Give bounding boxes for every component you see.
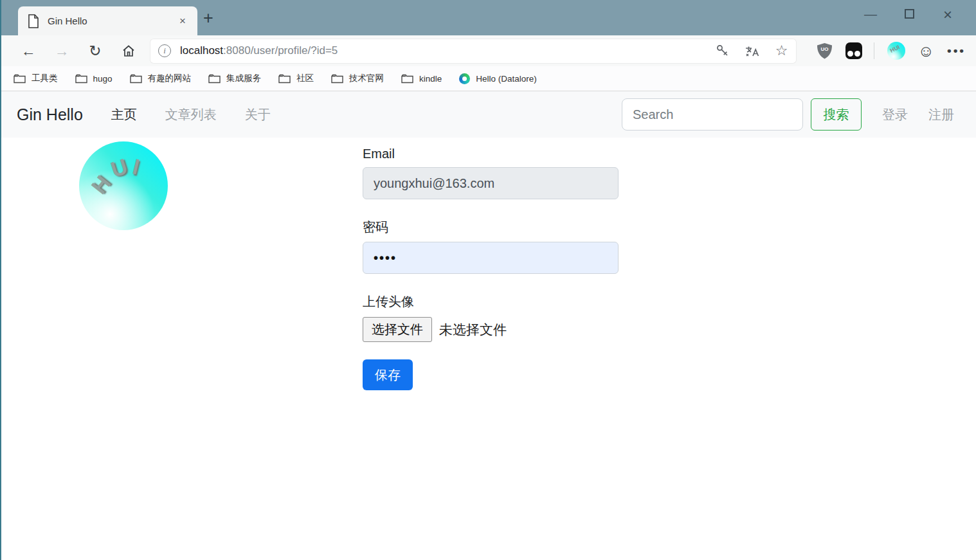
nav-link-home[interactable]: 主页 — [111, 106, 137, 123]
refresh-button[interactable]: ↻ — [78, 44, 112, 59]
profile-content: H U I Email 密码 上传头像 选择文件 未选择文件 保存 — [1, 138, 976, 559]
bookmark-folder-tech-sites[interactable]: 技术官网 — [331, 73, 384, 84]
window-controls: — × — [851, 0, 967, 29]
svg-text:UO: UO — [820, 46, 828, 52]
password-field[interactable] — [363, 242, 619, 274]
search-input[interactable] — [622, 98, 803, 131]
forward-button[interactable]: → — [45, 44, 78, 59]
folder-icon — [208, 74, 221, 84]
choose-file-button[interactable]: 选择文件 — [363, 317, 432, 342]
new-tab-button[interactable]: + — [203, 8, 213, 28]
browser-tab[interactable]: Gin Hello × — [18, 6, 197, 35]
password-label: 密码 — [363, 219, 619, 236]
favorite-star-icon[interactable]: ☆ — [775, 42, 788, 59]
bookmark-datalore[interactable]: Hello (Datalore) — [459, 73, 537, 84]
profile-avatar-icon[interactable]: HUI — [887, 42, 905, 60]
folder-icon — [278, 74, 291, 84]
titlebar: Gin Hello × + — × — [1, 0, 976, 35]
profile-form: Email 密码 上传头像 选择文件 未选择文件 保存 — [363, 138, 619, 390]
close-window-button[interactable]: × — [928, 6, 967, 24]
maximize-button[interactable] — [890, 7, 928, 22]
url-path: :8080/user/profile/?id=5 — [223, 44, 338, 57]
ublock-shield-icon[interactable]: UO — [817, 42, 833, 60]
folder-icon — [14, 74, 26, 84]
bookmark-folder-kindle[interactable]: kindle — [401, 74, 442, 84]
folder-icon — [401, 74, 413, 84]
file-input-row: 选择文件 未选择文件 — [363, 317, 619, 342]
page-content: Gin Hello 主页 文章列表 关于 搜索 登录 注册 H U I Emai… — [1, 91, 976, 559]
tab-title: Gin Hello — [48, 15, 177, 26]
address-bar[interactable]: i localhost:8080/user/profile/?id=5 ☆ — [150, 39, 796, 63]
extension-icon[interactable] — [845, 42, 862, 59]
email-label: Email — [363, 147, 619, 161]
bookmark-folder-integrations[interactable]: 集成服务 — [208, 73, 261, 84]
menu-dots-icon[interactable]: ••• — [947, 44, 966, 58]
site-brand[interactable]: Gin Hello — [17, 105, 83, 124]
bookmarks-bar: 工具类 hugo 有趣的网站 集成服务 社区 技术官网 kindle Hell — [1, 66, 976, 91]
site-navbar: Gin Hello 主页 文章列表 关于 搜索 登录 注册 — [1, 91, 976, 138]
folder-icon — [75, 74, 87, 84]
search-button[interactable]: 搜索 — [811, 98, 862, 131]
bookmark-folder-fun-sites[interactable]: 有趣的网站 — [130, 73, 192, 84]
bookmark-folder-community[interactable]: 社区 — [278, 73, 314, 84]
site-info-icon[interactable]: i — [158, 44, 171, 57]
nav-link-about[interactable]: 关于 — [245, 106, 271, 123]
upload-avatar-label: 上传头像 — [363, 293, 619, 311]
folder-icon — [331, 74, 343, 84]
email-field — [363, 167, 619, 199]
save-button[interactable]: 保存 — [363, 359, 413, 390]
url-host: localhost — [180, 44, 223, 57]
translate-icon[interactable] — [745, 43, 761, 59]
browser-window: Gin Hello × + — × ← → ↻ i localhost:8080… — [0, 0, 976, 560]
bookmark-folder-hugo[interactable]: hugo — [75, 74, 113, 84]
login-link[interactable]: 登录 — [882, 106, 908, 123]
page-favicon-icon — [27, 14, 40, 28]
home-button[interactable] — [112, 43, 145, 59]
register-link[interactable]: 注册 — [928, 106, 954, 123]
minimize-button[interactable]: — — [851, 7, 890, 22]
password-key-icon[interactable] — [715, 43, 730, 59]
toolbar-divider — [874, 42, 874, 59]
bookmark-folder-tools[interactable]: 工具类 — [14, 73, 58, 84]
folder-icon — [130, 74, 142, 84]
user-avatar-image: H U I — [79, 141, 168, 230]
file-status-text: 未选择文件 — [439, 321, 507, 339]
nav-link-articles[interactable]: 文章列表 — [165, 106, 217, 123]
datalore-icon — [459, 73, 470, 84]
url-text[interactable]: localhost:8080/user/profile/?id=5 — [180, 44, 701, 57]
back-button[interactable]: ← — [12, 44, 45, 59]
tab-close-icon[interactable]: × — [177, 15, 188, 28]
browser-toolbar: ← → ↻ i localhost:8080/user/profile/?id=… — [1, 35, 976, 66]
feedback-smiley-icon[interactable]: ☺ — [918, 43, 935, 59]
